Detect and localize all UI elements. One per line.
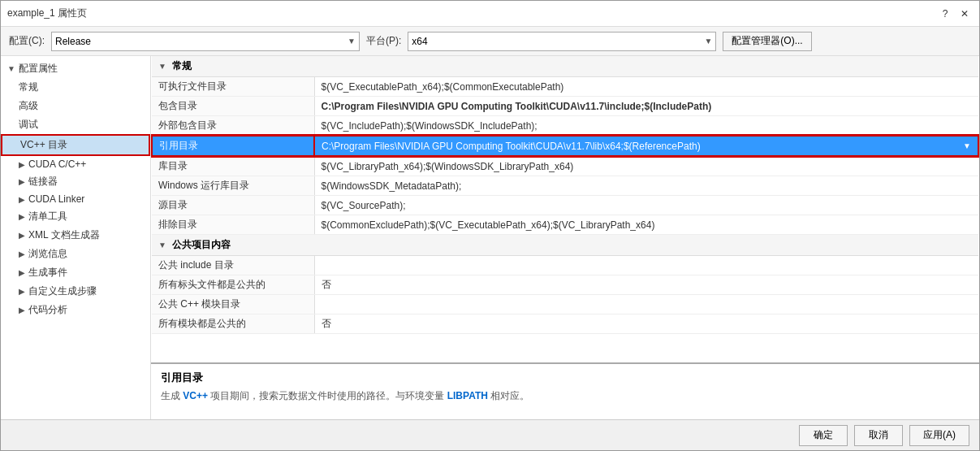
sidebar-advanced-label: 高级	[19, 99, 38, 113]
sidebar-item-linker[interactable]: ▶ 链接器	[1, 172, 150, 191]
prop-library-dir[interactable]: 库目录 $(VC_LibraryPath_x64);$(WindowsSDK_L…	[152, 156, 978, 176]
props-table: ▼ 常规 可执行文件目录 $(VC_ExecutablePath_x64);$(…	[151, 56, 979, 362]
prop-public-cpp-modules-value	[314, 295, 978, 314]
section-general-header: ▼ 常规	[152, 56, 978, 77]
sidebar-cuda-linker-label: CUDA Linker	[28, 193, 84, 205]
sidebar-item-advanced[interactable]: 高级	[1, 97, 150, 115]
sidebar-root[interactable]: ▼ 配置属性	[1, 59, 150, 78]
close-button[interactable]: ✕	[956, 6, 973, 22]
browse-arrow: ▶	[19, 249, 25, 258]
prop-external-include[interactable]: 外部包含目录 $(VC_IncludePath);$(WindowsSDK_In…	[152, 116, 978, 137]
platform-value: x64	[412, 36, 427, 47]
sidebar-browse-label: 浏览信息	[28, 247, 67, 261]
sidebar-root-label: 配置属性	[19, 62, 58, 76]
custom-steps-arrow: ▶	[19, 287, 25, 296]
sidebar-item-vcpp[interactable]: VC++ 目录	[1, 134, 150, 156]
config-value: Release	[55, 36, 91, 47]
config-dropdown[interactable]: Release ▼	[51, 32, 360, 51]
prop-all-headers-public[interactable]: 所有标头文件都是公共的 否	[152, 275, 978, 295]
main-panel: ▼ 常规 可执行文件目录 $(VC_ExecutablePath_x64);$(…	[151, 56, 979, 419]
general-section-label: 常规	[172, 60, 192, 72]
prop-windows-rt-dir[interactable]: Windows 运行库目录 $(WindowsSDK_MetadataPath)…	[152, 176, 978, 196]
prop-reference-dir-name: 引用目录	[152, 136, 314, 156]
apply-button[interactable]: 应用(A)	[909, 425, 969, 446]
xml-arrow: ▶	[19, 231, 25, 240]
sidebar-item-cuda-cpp[interactable]: ▶ CUDA C/C++	[1, 156, 150, 172]
sidebar-item-debug[interactable]: 调试	[1, 115, 150, 134]
cancel-button[interactable]: 取消	[854, 425, 903, 446]
sidebar-item-browse[interactable]: ▶ 浏览信息	[1, 245, 150, 263]
title-buttons: ? ✕	[937, 6, 973, 22]
content-area: ▼ 配置属性 常规 高级 调试 VC++ 目录 ▶ CUDA C/C++ ▶ 链…	[1, 56, 979, 419]
sidebar-item-general[interactable]: 常规	[1, 78, 150, 97]
cuda-cpp-arrow: ▶	[19, 160, 25, 169]
root-arrow: ▼	[7, 64, 15, 73]
prop-executable-dir-name: 可执行文件目录	[152, 77, 314, 97]
sidebar-vcpp-label: VC++ 目录	[20, 138, 67, 152]
prop-executable-dir[interactable]: 可执行文件目录 $(VC_ExecutablePath_x64);$(Commo…	[152, 77, 978, 97]
section-public-header: ▼ 公共项目内容	[152, 235, 978, 256]
sidebar: ▼ 配置属性 常规 高级 调试 VC++ 目录 ▶ CUDA C/C++ ▶ 链…	[1, 56, 151, 419]
sidebar-item-cuda-linker[interactable]: ▶ CUDA Linker	[1, 191, 150, 207]
sidebar-code-analysis-label: 代码分析	[28, 303, 67, 317]
desc-vcpp-highlight: VC++	[183, 390, 208, 401]
sidebar-item-custom-steps[interactable]: ▶ 自定义生成步骤	[1, 282, 150, 301]
window-title: example_1 属性页	[7, 7, 87, 20]
config-dropdown-arrow: ▼	[348, 37, 356, 46]
prop-include-dir[interactable]: 包含目录 C:\Program Files\NVIDIA GPU Computi…	[152, 97, 978, 116]
linker-arrow: ▶	[19, 177, 25, 186]
footer: 确定 取消 应用(A)	[1, 419, 979, 450]
config-label: 配置(C):	[9, 34, 45, 48]
sidebar-cuda-cpp-label: CUDA C/C++	[28, 158, 86, 170]
prop-library-dir-value: $(VC_LibraryPath_x64);$(WindowsSDK_Libra…	[314, 156, 978, 176]
prop-public-include[interactable]: 公共 include 目录	[152, 256, 978, 275]
prop-source-dir[interactable]: 源目录 $(VC_SourcePath);	[152, 196, 978, 215]
general-toggle[interactable]: ▼	[158, 62, 166, 71]
sidebar-custom-steps-label: 自定义生成步骤	[28, 284, 97, 298]
sidebar-debug-label: 调试	[19, 118, 38, 132]
platform-dropdown-arrow: ▼	[704, 37, 712, 46]
config-manager-button[interactable]: 配置管理器(O)...	[723, 32, 811, 51]
prop-external-include-name: 外部包含目录	[152, 116, 314, 137]
sidebar-item-code-analysis[interactable]: ▶ 代码分析	[1, 301, 150, 319]
platform-label: 平台(P):	[366, 34, 401, 48]
reference-dir-dropdown-arrow[interactable]: ▼	[963, 141, 971, 150]
desc-libpath-highlight: LIBPATH	[447, 390, 488, 401]
prop-executable-dir-value: $(VC_ExecutablePath_x64);$(CommonExecuta…	[314, 77, 978, 97]
sidebar-linker-label: 链接器	[28, 175, 58, 189]
prop-source-dir-value: $(VC_SourcePath);	[314, 196, 978, 215]
build-events-arrow: ▶	[19, 268, 25, 277]
sidebar-xml-label: XML 文档生成器	[28, 228, 100, 242]
prop-source-dir-name: 源目录	[152, 196, 314, 215]
sidebar-item-manifest[interactable]: ▶ 清单工具	[1, 207, 150, 226]
prop-all-modules-public[interactable]: 所有模块都是公共的 否	[152, 314, 978, 334]
prop-reference-dir-value: C:\Program Files\NVIDIA GPU Computing To…	[314, 136, 978, 156]
reference-dir-value-container: C:\Program Files\NVIDIA GPU Computing To…	[322, 141, 971, 152]
platform-dropdown[interactable]: x64 ▼	[408, 32, 716, 51]
prop-library-dir-name: 库目录	[152, 156, 314, 176]
sidebar-manifest-label: 清单工具	[28, 210, 67, 223]
prop-all-modules-public-value: 否	[314, 314, 978, 334]
prop-public-include-value	[314, 256, 978, 275]
prop-all-headers-public-name: 所有标头文件都是公共的	[152, 275, 314, 295]
code-analysis-arrow: ▶	[19, 306, 25, 314]
reference-dir-text: C:\Program Files\NVIDIA GPU Computing To…	[322, 141, 701, 152]
description-area: 引用目录 生成 VC++ 项目期间，搜索元数据文件时使用的路径。与环境变量 LI…	[151, 362, 979, 419]
prop-windows-rt-dir-name: Windows 运行库目录	[152, 176, 314, 196]
prop-public-cpp-modules[interactable]: 公共 C++ 模块目录	[152, 295, 978, 314]
prop-reference-dir[interactable]: 引用目录 C:\Program Files\NVIDIA GPU Computi…	[152, 136, 978, 156]
description-title: 引用目录	[161, 371, 969, 385]
ok-button[interactable]: 确定	[799, 425, 848, 446]
sidebar-item-build-events[interactable]: ▶ 生成事件	[1, 263, 150, 282]
prop-exclude-dir[interactable]: 排除目录 $(CommonExcludePath);$(VC_Executabl…	[152, 215, 978, 235]
public-toggle[interactable]: ▼	[158, 241, 166, 249]
prop-all-headers-public-value: 否	[314, 275, 978, 295]
prop-exclude-dir-name: 排除目录	[152, 215, 314, 235]
prop-public-include-name: 公共 include 目录	[152, 256, 314, 275]
description-text: 生成 VC++ 项目期间，搜索元数据文件时使用的路径。与环境变量 LIBPATH…	[161, 388, 969, 403]
sidebar-item-xml[interactable]: ▶ XML 文档生成器	[1, 226, 150, 245]
help-button[interactable]: ?	[937, 6, 953, 22]
property-window: example_1 属性页 ? ✕ 配置(C): Release ▼ 平台(P)…	[0, 0, 980, 451]
prop-include-dir-value: C:\Program Files\NVIDIA GPU Computing To…	[314, 97, 978, 116]
toolbar: 配置(C): Release ▼ 平台(P): x64 ▼ 配置管理器(O)..…	[1, 27, 979, 56]
